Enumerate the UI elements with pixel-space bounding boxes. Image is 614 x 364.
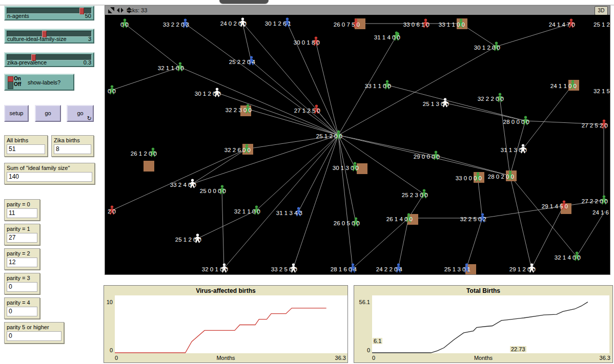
- agent-label: 28 0 2 0 0: [488, 174, 514, 180]
- plot-virus-affected-births: Virus-affected births 10 0 0 Months 36.3: [104, 285, 348, 363]
- y-axis-max: 56.1: [354, 299, 370, 305]
- slider-zika-prevalence[interactable]: zika-prevalence 0.3: [4, 52, 94, 67]
- agent-label: 25 0 0 0 0: [200, 188, 226, 194]
- slider-n-agents[interactable]: n-agents 50: [4, 6, 94, 20]
- house-icon: [144, 161, 154, 172]
- slider-value: 0.3: [84, 59, 91, 66]
- agent-label: 30 1 3 0 0: [333, 165, 359, 171]
- agent-label: 33 1 1 0 0: [439, 22, 465, 28]
- monitor-zika-births: Zika births 8: [51, 135, 94, 157]
- monitor-value: 140: [7, 172, 92, 182]
- world-view: ticks: 33 3D 0 033 2 2 0 324 0 2 0 030 1…: [105, 5, 610, 275]
- agent-label: 24 0 2 0 0: [220, 20, 247, 27]
- monitor-value: 27: [7, 233, 37, 243]
- plot-annotation: 22.73: [510, 346, 526, 352]
- agent-label: 33 2 5 0 0: [271, 266, 297, 272]
- agent-label: 25 1 3 0 0: [423, 101, 449, 107]
- agent-label: 28 1 6 0 4: [331, 266, 357, 272]
- agent-label: 31 1 3 0 0: [501, 147, 527, 153]
- agent-label: 29 1 4 5 0: [542, 203, 568, 209]
- monitor-parity-1: parity = 1 27: [4, 224, 40, 245]
- agent-label: 33 2 2 0 3: [163, 22, 189, 28]
- monitor-all-births: All births 51: [4, 135, 48, 157]
- netlogo-window: { "view": { "ticks": "ticks: 33", "three…: [0, 0, 614, 364]
- link-line: [192, 149, 247, 184]
- 3d-button[interactable]: 3D: [595, 6, 608, 15]
- link-line: [338, 135, 353, 268]
- resize-view-icon[interactable]: [108, 7, 114, 13]
- monitor-parity-0: parity = 0 11: [4, 199, 40, 221]
- world-canvas[interactable]: 0 033 2 2 0 324 0 2 0 030 1 2 6 126 0 7 …: [105, 15, 610, 274]
- switch-knob[interactable]: [8, 76, 13, 82]
- x-axis-label: Months: [104, 355, 347, 361]
- agent-label: 32 1 1 0 0: [234, 208, 260, 215]
- link-line: [224, 135, 338, 268]
- switch-label: show-labels?: [28, 79, 60, 85]
- switch-track[interactable]: [8, 76, 13, 89]
- agent-label: 29 0 0 0 0: [414, 154, 440, 160]
- link-line: [256, 135, 338, 210]
- slider-value: 50: [85, 13, 91, 19]
- switch-show-labels[interactable]: On Off show-labels?: [4, 74, 74, 91]
- plot-line: [115, 308, 326, 353]
- plot-annotation: 6.1: [373, 338, 382, 344]
- link-line: [353, 218, 408, 268]
- slider-value: 3: [88, 36, 91, 42]
- slider-label: n-agents: [7, 13, 29, 19]
- x-axis-max: 36.3: [600, 355, 610, 361]
- agent-label: 25 1 3 0 1: [444, 266, 470, 272]
- agent-label: 33 2 4 0 0: [170, 182, 196, 188]
- link-line: [338, 135, 356, 222]
- link-line: [445, 103, 525, 121]
- setup-button[interactable]: setup: [4, 105, 29, 122]
- link-line: [248, 109, 338, 135]
- agent-label: 25 2 2 0 4: [229, 59, 255, 65]
- go-forever-button[interactable]: go ↻: [67, 105, 94, 122]
- agent-label: 30 1 2 0 0: [195, 91, 221, 97]
- link-line: [251, 61, 338, 135]
- plot-area: [372, 295, 609, 353]
- agent-label: 24 1 6: [592, 209, 609, 216]
- agent-label: 30 0 1 8 0: [294, 39, 320, 46]
- agent-label: 0 0: [108, 88, 116, 94]
- agent-label: 27 2 5 2 0: [582, 122, 608, 129]
- agent-label: 30 1 2 6 1: [265, 20, 291, 27]
- link-line: [293, 135, 338, 268]
- link-line: [500, 98, 510, 176]
- agent-label: 33 0 6 1 0: [403, 22, 429, 28]
- agent-label: 27 2 2 0 0: [582, 198, 608, 204]
- x-axis-label: Months: [354, 355, 612, 361]
- monitor-sum-ideal-family-size: Sum of "ideal family size" 140: [4, 163, 95, 184]
- horizontal-shift-icon[interactable]: [117, 7, 124, 13]
- monitor-value: 0: [7, 331, 62, 341]
- monitor-parity-5-or-higher: parity 5 or higher 0: [4, 322, 64, 344]
- y-axis-min: 0: [354, 347, 370, 353]
- link-line: [222, 190, 224, 268]
- plot-area: [115, 295, 347, 353]
- plot-title: Total Births: [354, 287, 612, 294]
- agent-label: 0 0: [120, 22, 129, 28]
- slider-culture-ideal-family-size[interactable]: culture-ideal-family-size 3: [4, 29, 94, 44]
- agent-label: 2 0: [108, 208, 116, 215]
- agent-label: 32 2 5 0 2: [460, 216, 486, 222]
- monitor-value: 12: [7, 258, 37, 267]
- view-control-strip: ticks: 33 3D: [105, 6, 610, 15]
- y-axis-max: 10: [104, 299, 113, 305]
- ticks-counter: ticks: 33: [127, 7, 147, 13]
- agent-label: 32 1 5: [593, 88, 610, 94]
- link-line: [510, 176, 531, 268]
- monitor-parity-3: parity = 3 0: [4, 273, 40, 294]
- agent-label: 26 1 2 0 0: [131, 151, 157, 157]
- forever-icon: ↻: [87, 116, 92, 121]
- window-tab-handle: [219, 0, 269, 4]
- switch-off-label: Off: [14, 81, 21, 87]
- link-line: [436, 156, 510, 176]
- agent-label: 32 1 4 0 0: [555, 254, 581, 261]
- agent-label: 33 1 1 0 0: [365, 83, 391, 89]
- agent-label: 24 1 4 7 0: [549, 22, 575, 28]
- agent-label: 25 1 2 0 0: [175, 237, 201, 243]
- agent-label: 26 0 7 5 0: [334, 22, 360, 28]
- go-once-button[interactable]: go: [35, 105, 61, 122]
- agent-label: 29 1 2 0 0: [509, 266, 536, 272]
- monitor-value: 0: [7, 282, 37, 292]
